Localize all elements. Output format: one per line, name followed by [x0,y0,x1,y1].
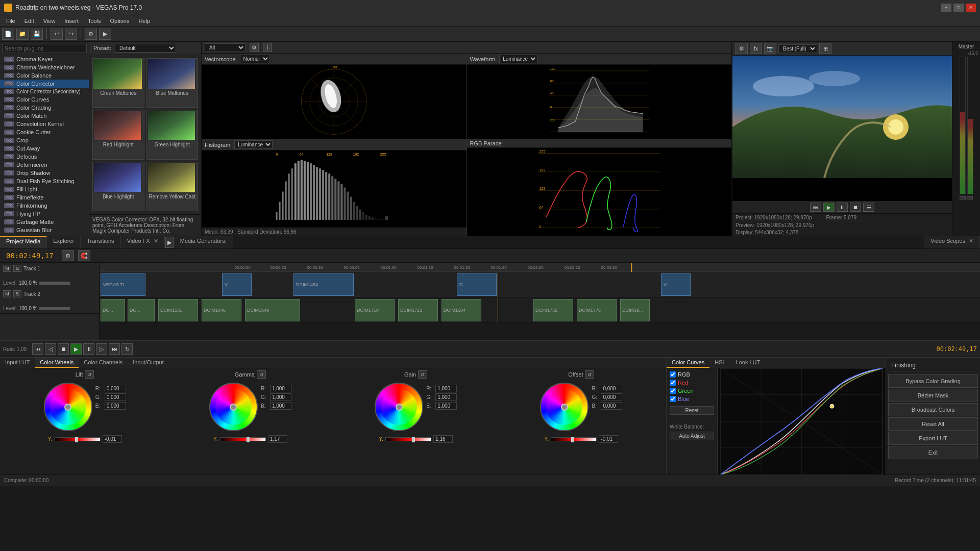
timeline-snap-btn[interactable]: 🧲 [78,250,90,261]
menu-insert[interactable]: Insert [60,17,83,25]
exit-btn[interactable]: Exit [888,446,978,459]
preview-grid-btn[interactable]: ⊞ [819,43,831,54]
tab-video-fx-close[interactable]: ✕ [154,238,158,244]
preset-red-highlight[interactable]: Red Highlight [92,110,144,159]
track-1-mute[interactable]: M [3,265,11,272]
maximize-button[interactable]: □ [953,4,964,12]
tab-add-btn[interactable]: ▶ [165,237,174,248]
gain-y-slider[interactable] [385,437,431,441]
pause-btn[interactable]: ⏸ [83,343,94,355]
offset-y-value[interactable] [599,435,618,443]
clip-vegas-ti[interactable]: VEGAS Ti... [101,273,145,296]
lift-r-input[interactable] [105,385,126,392]
preview-stop-btn[interactable]: ⏹ [850,203,861,212]
fx-item-deformieren[interactable]: FXDeformieren [0,161,89,169]
clip-v1[interactable]: V... [222,273,252,296]
fx-item-garbage-matte[interactable]: FXGarbage Matte [0,218,89,226]
preset-remove-yellow[interactable]: Remove Yellow Cast [146,162,199,211]
fx-item-color-corrector[interactable]: FXColor Corrector [0,80,89,88]
play-btn[interactable]: ▶ [70,343,82,355]
curves-tab-hsl[interactable]: HSL [709,358,730,368]
gamma-y-slider[interactable] [220,437,266,441]
scope-filter-select[interactable]: All [205,43,246,52]
loop-btn[interactable]: ↻ [121,343,133,355]
clip-dcim1723[interactable]: DCIM1723 [398,299,438,321]
scope-info-btn[interactable]: i [263,43,272,52]
clip-dc2[interactable]: DC... [128,299,155,321]
clip-dcim1454[interactable]: DCIM1454 [293,273,354,296]
new-button[interactable]: 📄 [2,29,14,40]
go-end-btn[interactable]: ⏭ [109,343,120,355]
clip-dcim1646[interactable]: DCIM1646 [202,299,241,321]
curves-tab-look-lut[interactable]: Look LUT [731,358,766,368]
fx-item-dual-fish[interactable]: FXDual Fish Eye Stitching [0,177,89,185]
offset-color-wheel[interactable] [540,383,589,431]
clip-dcim1584[interactable]: DCIM1584 [442,299,481,321]
go-start-btn[interactable]: ⏮ [32,343,43,355]
clip-dcim1732[interactable]: DCIM1732 [533,299,573,321]
preview-pause-btn[interactable]: ⏸ [837,203,848,212]
close-button[interactable]: ✕ [966,4,976,12]
preview-settings-btn[interactable]: ⚙ [736,43,748,54]
checkbox-rgb-input[interactable] [670,371,676,378]
fx-item-cookie-cutter[interactable]: FXCookie Cutter [0,128,89,136]
tab-media-generators[interactable]: Media Generators: [174,236,233,248]
preview-menu-btn[interactable]: ☰ [863,203,874,212]
offset-g-input[interactable] [601,393,622,401]
menu-view[interactable]: View [39,17,60,25]
offset-b-input[interactable] [601,402,622,410]
lift-reset-btn[interactable]: ↺ [85,370,94,379]
lift-y-slider[interactable] [55,437,101,441]
broadcast-colors-btn[interactable]: Broadcast Colors [888,403,978,416]
clip-d1[interactable]: D... [457,273,497,296]
offset-y-slider[interactable] [551,437,597,441]
fx-item-gaussian-blur[interactable]: FXGaussian Blur [0,226,89,234]
track-2-mute[interactable]: M [3,290,11,297]
gamma-color-wheel[interactable] [209,383,258,431]
lift-y-value[interactable] [103,435,122,443]
bezier-mask-btn[interactable]: Bézier Mask [888,389,978,402]
preset-green-midtones[interactable]: Green Midtones [92,58,144,108]
vectorscope-mode-select[interactable]: Normal [240,55,270,63]
track-2-solo[interactable]: S [13,290,21,297]
bypass-color-grading-btn[interactable]: Bypass Color Grading [888,374,978,388]
redo-button[interactable]: ↪ [65,29,77,40]
fx-item-chroma-weich[interactable]: FXChroma-Weichzeichner [0,63,89,71]
gain-r-input[interactable] [435,385,457,392]
fx-item-color-balance[interactable]: FXColor Balance [0,71,89,80]
fx-item-color-curves[interactable]: FXColor Curves [0,95,89,104]
menu-tools[interactable]: Tools [84,17,105,25]
fx-item-flying-pp[interactable]: FXFlying PP [0,210,89,218]
undo-button[interactable]: ↩ [51,29,63,40]
color-tab-input-output[interactable]: Input/Output [128,358,169,368]
fx-search-input[interactable] [2,44,87,53]
gain-color-wheel[interactable] [375,383,423,431]
waveform-mode-select[interactable]: Luminance [499,55,537,63]
lift-g-input[interactable] [105,393,126,401]
preset-blue-midtones[interactable]: Blue Midtones [146,58,199,108]
gain-y-value[interactable] [433,435,453,443]
render-button[interactable]: ▶ [99,29,111,40]
save-button[interactable]: 💾 [31,29,43,40]
tab-explorer[interactable]: Explorer [47,236,81,248]
settings-button[interactable]: ⚙ [85,29,97,40]
curves-tab-color-curves[interactable]: Color Curves [667,358,709,368]
menu-edit[interactable]: Edit [20,17,38,25]
clip-dcim1776[interactable]: DCIM1776 [577,299,617,321]
track-1-level-slider[interactable] [39,282,70,285]
color-tab-input-lut[interactable]: Input LUT [0,358,35,368]
minimize-button[interactable]: − [941,4,951,12]
checkbox-green-input[interactable] [670,388,676,394]
fx-item-color-grading[interactable]: FXColor Grading [0,104,89,112]
next-frame-btn[interactable]: ▷ [96,343,107,355]
clip-v2[interactable]: V... [661,273,691,296]
menu-file[interactable]: File [2,17,19,25]
tab-project-media[interactable]: Project Media [0,236,47,248]
offset-r-input[interactable] [601,385,622,392]
menu-help[interactable]: Help [134,17,154,25]
preview-play-btn[interactable]: ▶ [823,203,835,212]
lift-b-input[interactable] [105,402,126,410]
checkbox-blue-input[interactable] [670,396,676,402]
tab-transitions[interactable]: Transitions [81,236,120,248]
preview-go-start-btn[interactable]: ⏮ [810,203,821,212]
